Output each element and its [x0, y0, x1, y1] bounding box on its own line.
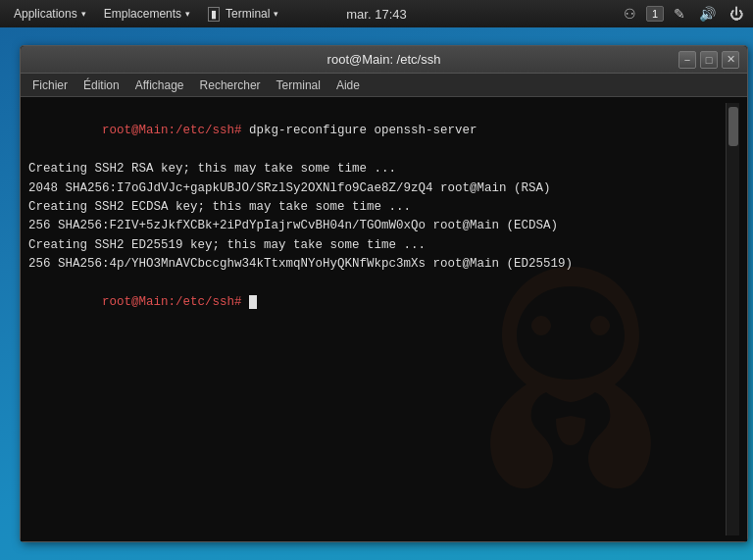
cmd-1: dpkg-reconfigure openssh-server: [242, 124, 477, 137]
people-icon[interactable]: ⚇: [620, 4, 640, 24]
terminal-menu[interactable]: ▮ Terminal ▾: [200, 5, 286, 24]
desktop: root@Main: /etc/ssh − □ ✕ Fichier Éditio…: [0, 27, 753, 560]
terminal-line-1: root@Main:/etc/ssh# dpkg-reconfigure ope…: [28, 103, 726, 160]
taskbar-right: ⚇ 1 ✎ 🔊 ⏻: [620, 4, 747, 24]
menu-fichier[interactable]: Fichier: [25, 76, 75, 94]
sound-icon[interactable]: 🔊: [695, 4, 720, 24]
close-button[interactable]: ✕: [722, 51, 739, 69]
menu-edition[interactable]: Édition: [75, 76, 127, 94]
terminal-line-5: 256 SHA256:F2IV+5zJkfXCBk+2iPdYpIajrwCvB…: [28, 217, 726, 235]
maximize-button[interactable]: □: [700, 51, 718, 69]
menu-rechercher[interactable]: Rechercher: [192, 76, 269, 94]
scrollbar-thumb[interactable]: [728, 107, 738, 146]
terminal-line-8: root@Main:/etc/ssh#: [28, 274, 726, 331]
terminal-line-2: Creating SSH2 RSA key; this may take som…: [28, 160, 726, 178]
applications-chevron: ▾: [81, 9, 86, 19]
terminal-icon: ▮: [208, 7, 220, 22]
terminal-line-6: Creating SSH2 ED25519 key; this may take…: [28, 236, 726, 255]
window-title: root@Main: /etc/ssh: [327, 52, 441, 67]
locations-menu[interactable]: Emplacements ▾: [96, 5, 198, 23]
menu-terminal[interactable]: Terminal: [269, 76, 328, 94]
terminal-line-4: Creating SSH2 ECDSA key; this may take s…: [28, 198, 726, 217]
taskbar-left: Applications ▾ Emplacements ▾ ▮ Terminal…: [6, 5, 286, 24]
power-icon[interactable]: ⏻: [726, 4, 747, 24]
terminal-label: Terminal: [226, 7, 270, 21]
taskbar: Applications ▾ Emplacements ▾ ▮ Terminal…: [0, 0, 753, 27]
locations-label: Emplacements: [104, 7, 181, 21]
terminal-output: root@Main:/etc/ssh# dpkg-reconfigure ope…: [28, 103, 726, 535]
pen-icon[interactable]: ✎: [670, 4, 689, 24]
applications-label: Applications: [14, 7, 77, 21]
terminal-chevron: ▾: [274, 9, 278, 19]
prompt-2: root@Main:/etc/ssh#: [102, 295, 242, 309]
workspace-badge[interactable]: 1: [646, 6, 664, 22]
menu-aide[interactable]: Aide: [328, 76, 368, 94]
locations-chevron: ▾: [185, 9, 190, 19]
window-controls: − □ ✕: [678, 51, 739, 69]
prompt-1: root@Main:/etc/ssh#: [102, 124, 242, 137]
terminal-line-7: 256 SHA256:4p/YHO3MnAVCbccghw34kTtxmqNYo…: [28, 255, 726, 274]
taskbar-datetime: mar. 17:43: [346, 7, 406, 22]
terminal-line-3: 2048 SHA256:I7oGJdVJc+gapkUBJO/SRzlSy2OX…: [28, 179, 726, 198]
terminal-window: root@Main: /etc/ssh − □ ✕ Fichier Éditio…: [20, 45, 748, 542]
cursor: [249, 295, 257, 309]
scrollbar[interactable]: [726, 103, 739, 535]
applications-menu[interactable]: Applications ▾: [6, 5, 94, 23]
cmd-space: [242, 295, 250, 309]
menu-bar: Fichier Édition Affichage Rechercher Ter…: [21, 74, 747, 97]
terminal-content[interactable]: root@Main:/etc/ssh# dpkg-reconfigure ope…: [21, 97, 747, 541]
minimize-button[interactable]: −: [678, 51, 696, 69]
menu-affichage[interactable]: Affichage: [127, 76, 192, 94]
title-bar: root@Main: /etc/ssh − □ ✕: [21, 46, 747, 74]
